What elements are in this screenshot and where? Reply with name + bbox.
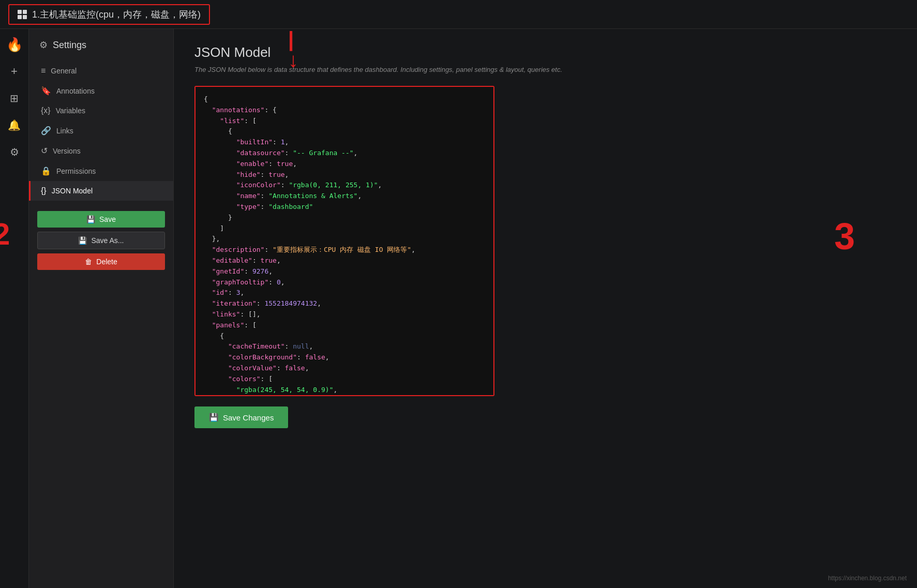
sidebar: ⚙ Settings ≡ General 🔖 Annotations {x} V… [29,29,174,588]
save-changes-button[interactable]: 💾 Save Changes [194,406,288,428]
grid-icon [18,10,27,19]
annotation-arrow-3: 3 [834,215,855,258]
sidebar-item-label-permissions: Permissions [56,167,96,175]
save-as-icon: 💾 [78,236,87,245]
json-editor[interactable]: { "annotations": { "list": [ { "builtIn"… [196,87,493,395]
top-bar: 1.主机基础监控(cpu，内存，磁盘，网络) |↓ [0,0,917,29]
footer-url: https://xinchen.blog.csdn.net [828,575,907,582]
sidebar-item-general[interactable]: ≡ General [29,61,173,81]
nav-icon-plus[interactable]: + [5,62,24,81]
sidebar-item-annotations[interactable]: 🔖 Annotations [29,81,173,101]
save-changes-icon: 💾 [209,413,219,422]
nav-icon-grafana[interactable]: 🔥 [5,35,24,54]
sidebar-item-label-json-model: JSON Model [52,187,93,195]
json-editor-container: { "annotations": { "list": [ { "builtIn"… [194,86,494,396]
nav-icon-dashboards[interactable]: ⊞ [5,89,24,108]
versions-icon: ↺ [41,146,48,156]
sidebar-item-label-links: Links [56,127,73,135]
annotation-arrow-2: 2 [0,216,10,252]
dashboard-title-text: 1.主机基础监控(cpu，内存，磁盘，网络) [32,8,201,21]
sidebar-item-variables[interactable]: {x} Variables [29,101,173,120]
save-button[interactable]: 💾 Save [37,211,165,228]
sidebar-item-label-variables: Variables [56,107,85,115]
page-subtitle: The JSON Model below is data structure t… [194,66,896,73]
save-changes-label: Save Changes [223,413,274,422]
permissions-icon: 🔒 [41,166,51,176]
sidebar-title-text: Settings [53,40,86,51]
delete-button[interactable]: 🗑 Delete [37,253,165,270]
page-title: JSON Model [194,44,896,61]
save-as-button[interactable]: 💾 Save As... [37,232,165,249]
nav-icon-alerts[interactable]: 🔔 [5,116,24,134]
annotations-icon: 🔖 [41,86,51,96]
delete-icon: 🗑 [85,258,92,266]
sidebar-title: ⚙ Settings [29,39,173,61]
main-content: JSON Model The JSON Model below is data … [174,29,917,588]
nav-icon-settings[interactable]: ⚙ [5,143,24,161]
sidebar-item-label-annotations: Annotations [56,87,95,95]
json-model-icon: {} [41,186,47,195]
sidebar-item-label-general: General [51,67,77,75]
general-icon: ≡ [41,66,46,76]
dashboard-title[interactable]: 1.主机基础监控(cpu，内存，磁盘，网络) [8,4,210,25]
sidebar-item-versions[interactable]: ↺ Versions [29,141,173,161]
links-icon: 🔗 [41,126,51,135]
sidebar-item-label-versions: Versions [53,147,81,155]
sidebar-item-json-model[interactable]: {} JSON Model [29,181,173,201]
left-nav: 🔥 + ⊞ 🔔 ⚙ [0,29,29,588]
main-layout: 🔥 + ⊞ 🔔 ⚙ ⚙ Settings ≡ General 🔖 Annotat… [0,29,917,588]
sidebar-item-permissions[interactable]: 🔒 Permissions [29,161,173,181]
settings-gear-icon: ⚙ [39,39,48,51]
variables-icon: {x} [41,106,51,115]
save-icon: 💾 [86,215,95,223]
sidebar-item-links[interactable]: 🔗 Links [29,120,173,141]
sidebar-buttons: 2 💾 Save 💾 Save As... 🗑 Delete [29,211,173,270]
